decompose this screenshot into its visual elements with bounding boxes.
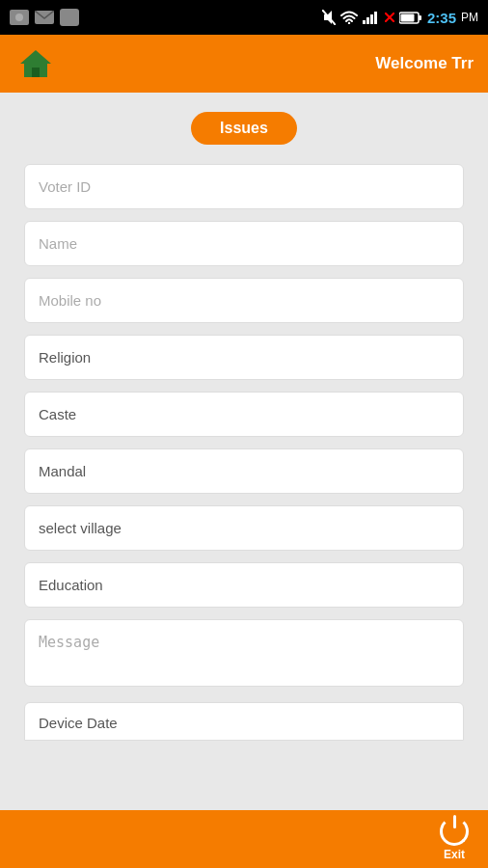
status-time: 2:35 bbox=[427, 10, 456, 26]
name-input[interactable] bbox=[24, 221, 464, 266]
nosignal-icon bbox=[385, 13, 394, 22]
svg-rect-3 bbox=[60, 9, 79, 26]
mobile-input[interactable] bbox=[24, 278, 464, 323]
home-button[interactable] bbox=[14, 42, 57, 85]
mail-icon bbox=[35, 11, 54, 24]
svg-rect-14 bbox=[419, 15, 421, 20]
device-date-label: Device Date bbox=[39, 715, 118, 731]
main-content: Issues Religion Caste Mandal select vill… bbox=[0, 93, 488, 810]
svg-rect-17 bbox=[32, 68, 40, 77]
mute-icon bbox=[322, 10, 336, 25]
status-bar-right: 2:35 PM bbox=[322, 10, 478, 26]
education-select[interactable]: Education bbox=[24, 562, 464, 608]
bottom-bar: Exit bbox=[0, 810, 488, 868]
status-bar: 2:35 PM bbox=[0, 0, 488, 35]
welcome-text: Welcome Trr bbox=[375, 54, 474, 73]
religion-select[interactable]: Religion bbox=[24, 335, 464, 380]
svg-rect-15 bbox=[400, 14, 414, 21]
exit-label: Exit bbox=[444, 848, 465, 861]
issues-btn-container: Issues bbox=[24, 112, 464, 145]
svg-rect-9 bbox=[370, 14, 373, 24]
svg-rect-7 bbox=[363, 20, 366, 24]
power-icon bbox=[440, 817, 469, 846]
caste-select[interactable]: Caste bbox=[24, 392, 464, 437]
cat-icon bbox=[60, 9, 79, 26]
exit-button[interactable]: Exit bbox=[440, 817, 469, 861]
signal-icon bbox=[363, 11, 380, 24]
svg-rect-8 bbox=[366, 17, 369, 24]
svg-point-6 bbox=[348, 22, 350, 24]
village-select[interactable]: select village bbox=[24, 505, 464, 551]
status-bar-left bbox=[10, 9, 79, 26]
svg-rect-10 bbox=[374, 12, 377, 24]
mandal-select[interactable]: Mandal bbox=[24, 448, 464, 494]
issues-button[interactable]: Issues bbox=[191, 112, 297, 145]
message-input[interactable] bbox=[24, 619, 464, 687]
app-bar: Welcome Trr bbox=[0, 35, 488, 93]
svg-point-1 bbox=[15, 14, 23, 21]
partial-device-date: Device Date bbox=[24, 702, 464, 741]
home-icon bbox=[18, 46, 53, 81]
photo-icon bbox=[10, 10, 29, 25]
status-ampm: PM bbox=[461, 11, 478, 24]
wifi-icon bbox=[340, 11, 358, 24]
voter-id-input[interactable] bbox=[24, 164, 464, 209]
battery-icon bbox=[399, 12, 422, 24]
